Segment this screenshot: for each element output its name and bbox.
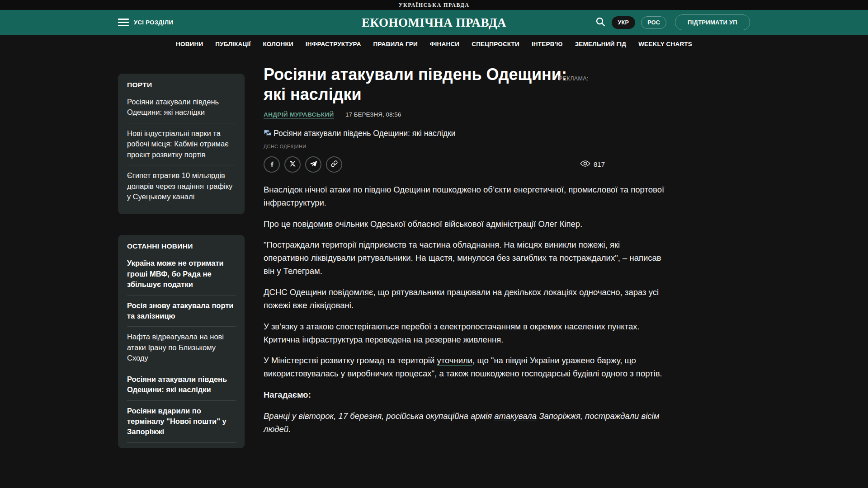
share-facebook-button[interactable]	[264, 156, 280, 173]
nav-item-pravyla-hry[interactable]: ПРАВИЛА ГРИ	[373, 41, 418, 47]
ad-label: РЕКЛАМА:	[559, 75, 589, 82]
nav-item-publikatsii[interactable]: ПУБЛІКАЦІЇ	[215, 41, 250, 47]
nav-item-finansy[interactable]: ФІНАНСИ	[430, 41, 459, 47]
sidebar-ports-item-1[interactable]: Росіяни атакували південь Одещини: які н…	[127, 92, 236, 123]
views-count: 817	[594, 160, 605, 168]
facebook-icon	[268, 160, 276, 169]
latest-news-item-6[interactable]: Названо 10 банків-лідерів	[127, 442, 236, 449]
ports-widget-title: ПОРТИ	[127, 81, 236, 89]
article-image-placeholder: Росіяни атакували південь Одещини: які н…	[264, 129, 666, 138]
nav-item-kolonky[interactable]: КОЛОНКИ	[263, 41, 293, 47]
share-copy-link-button[interactable]	[326, 156, 342, 173]
header-actions: УКР РОС ПІДТРИМАТИ УП	[595, 14, 750, 30]
paragraph-2: Про це повідомив очільник Одеської облас…	[264, 218, 666, 231]
publish-date: — 17 БЕРЕЗНЯ, 08:56	[338, 111, 401, 118]
nav-item-novyny[interactable]: НОВИНИ	[176, 41, 203, 47]
ports-widget: ПОРТИ Росіяни атакували південь Одещини:…	[118, 74, 245, 214]
byline: АНДРІЙ МУРАВСЬКИЙ — 17 БЕРЕЗНЯ, 08:56	[264, 111, 666, 119]
eye-icon	[580, 160, 590, 169]
image-alt-text: Росіяни атакували південь Одещини: які н…	[274, 129, 456, 138]
article-title: Росіяни атакували південь Одещини:які на…	[264, 65, 607, 104]
sidebar: ПОРТИ Росіяни атакували південь Одещини:…	[118, 74, 245, 448]
author-link[interactable]: АНДРІЙ МУРАВСЬКИЙ	[264, 111, 334, 119]
hamburger-icon	[118, 19, 129, 26]
article-body: Внаслідок нічної атаки по півдню Одещини…	[264, 183, 666, 436]
paragraph-3: "Постраждали території підприємств та ча…	[264, 239, 666, 278]
paragraph-7-reminder: Нагадаємо:	[264, 389, 666, 402]
latest-news-title: ОСТАННІ НОВИНИ	[127, 242, 236, 250]
view-counter: 817	[580, 160, 605, 169]
share-x-button[interactable]	[284, 156, 301, 173]
image-caption: дснс одещини	[264, 144, 666, 149]
latest-news-item-5[interactable]: Росіяни вдарили по терміналу "Нової пошт…	[127, 400, 236, 442]
inline-link-povidomliaie[interactable]: повідомляє	[329, 287, 373, 297]
search-icon	[595, 16, 606, 28]
lang-toggle-ukr[interactable]: УКР	[612, 16, 636, 29]
sidebar-ports-item-2[interactable]: Нові індустріальні парки та робочі місця…	[127, 123, 236, 165]
latest-news-item-3[interactable]: Нафта відреагувала на нові атаки Ірану п…	[127, 326, 236, 368]
inline-link-povidomyv[interactable]: повідомив	[293, 219, 333, 229]
paragraph-5: У зв’язку з атакою спостерігаються переб…	[264, 320, 666, 347]
sidebar-ports-item-3[interactable]: Єгипет втратив 10 мільярдів доларів чере…	[127, 165, 236, 207]
ukrainska-pravda-link[interactable]: УКРАЇНСЬКА ПРАВДА	[399, 2, 470, 9]
x-icon	[289, 160, 296, 169]
nav-item-weekly-charts[interactable]: WEEKLY CHARTS	[638, 41, 692, 47]
telegram-icon	[310, 160, 317, 169]
inline-link-utochnyly[interactable]: уточнили	[437, 356, 472, 366]
paragraph-1: Внаслідок нічної атаки по півдню Одещини…	[264, 183, 666, 210]
article: Росіяни атакували південь Одещини:які на…	[264, 65, 666, 448]
paragraph-6: У Міністерстві розвитку громад та терито…	[264, 354, 666, 380]
content-layout: ПОРТИ Росіяни атакували південь Одещини:…	[0, 53, 868, 448]
paragraph-8: Вранці у вівторок, 17 березня, російська…	[264, 410, 666, 436]
paragraph-4: ДСНС Одещини повідомляє, що рятувальники…	[264, 286, 666, 312]
latest-news-widget: ОСТАННІ НОВИНИ Україна може не отримати …	[118, 235, 245, 448]
nav-item-zemelnyi-hid[interactable]: ЗЕМЕЛЬНИЙ ГІД	[575, 41, 626, 47]
menu-label: УСІ РОЗДІЛИ	[134, 19, 173, 26]
nav-item-interviu[interactable]: ІНТЕРВ’Ю	[532, 41, 563, 47]
support-up-button[interactable]: ПІДТРИМАТИ УП	[675, 14, 750, 30]
nav-item-infrastruktura[interactable]: ІНФРАСТРУКТУРА	[306, 41, 361, 47]
search-button[interactable]	[595, 16, 606, 28]
lang-toggle-ros[interactable]: РОС	[641, 16, 666, 29]
nav-item-spetsproekty[interactable]: СПЕЦПРОЄКТИ	[472, 41, 519, 47]
main-nav: НОВИНИ ПУБЛІКАЦІЇ КОЛОНКИ ІНФРАСТРУКТУРА…	[0, 35, 868, 53]
site-logo[interactable]: ЕКОНОМІЧНА ПРАВДА	[362, 15, 506, 29]
share-row: 817	[264, 156, 666, 173]
site-header: УСІ РОЗДІЛИ ЕКОНОМІЧНА ПРАВДА УКР РОС ПІ…	[0, 10, 868, 35]
latest-news-item-2[interactable]: Росія знову атакувала порти та залізницю	[127, 295, 236, 327]
link-icon	[330, 160, 338, 169]
ukrainska-pravda-topbar: УКРАЇНСЬКА ПРАВДА	[0, 0, 868, 10]
share-telegram-button[interactable]	[305, 156, 321, 173]
broken-image-icon	[264, 129, 272, 138]
latest-news-item-1[interactable]: Україна може не отримати гроші МВФ, бо Р…	[127, 253, 236, 295]
latest-news-item-4[interactable]: Росіяни атакували південь Одещини: які н…	[127, 369, 236, 400]
all-sections-menu-button[interactable]: УСІ РОЗДІЛИ	[118, 19, 173, 26]
inline-link-atakuvala[interactable]: атакувала	[494, 411, 537, 421]
